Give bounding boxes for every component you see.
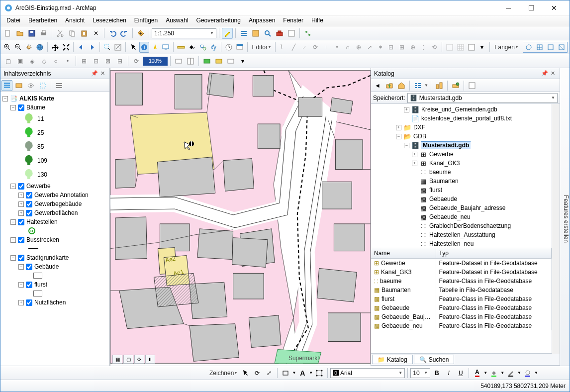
cat-tree-scrollbar[interactable] (552, 104, 560, 248)
delete-button[interactable]: ✕ (91, 28, 101, 39)
gr-16[interactable] (225, 56, 236, 67)
time-slider-icon[interactable] (224, 42, 234, 53)
map-view[interactable]: Ae2 Ae1 Supermarkt i (110, 68, 371, 366)
menu-hilfe[interactable]: Hilfe (307, 15, 327, 26)
measure-icon[interactable] (176, 42, 186, 53)
draw-select-icon[interactable] (240, 368, 251, 379)
cat-item-baeume[interactable]: ⸬baeume (372, 168, 551, 177)
details-row[interactable]: ▩flurstFeature-Class in File-Geodatabase (371, 294, 552, 303)
gr-6[interactable]: • (62, 56, 73, 67)
edit-straight-icon[interactable]: ╱ (289, 42, 299, 53)
line-color-icon[interactable] (505, 368, 516, 379)
details-col-type[interactable]: Typ (436, 248, 552, 259)
menu-fenster[interactable]: Fenster (279, 15, 307, 26)
edit-rotate-icon[interactable]: ⟲ (430, 42, 440, 53)
toc-layer-gebäude[interactable]: −Gebäude (1, 262, 108, 271)
editor-toolbar-button[interactable] (222, 28, 233, 39)
catalog-tree[interactable]: +🗄️Kreise_und_Gemeinden.gdb📄kostenlose_d… (371, 104, 552, 248)
edit-endarc-icon[interactable]: ∩ (343, 42, 353, 53)
edit-distance-icon[interactable]: ⊕ (354, 42, 364, 53)
cat-item-haltestellen-neu[interactable]: ⸬Haltestellen_neu (372, 239, 551, 248)
edit-trace-icon[interactable]: ⟳ (310, 42, 320, 53)
toc-options-icon[interactable] (54, 80, 65, 91)
gr-5[interactable]: ○ (50, 56, 61, 67)
details-row[interactable]: ▦BaumartenTabelle in File-Geodatabase (371, 286, 552, 294)
undo-button[interactable] (107, 28, 118, 39)
toc-button[interactable] (238, 28, 249, 39)
toc-visibility-icon[interactable] (25, 80, 36, 91)
tab-katalog[interactable]: 📁Katalog (372, 355, 413, 364)
pan-icon[interactable] (24, 42, 34, 53)
redo-button[interactable] (119, 28, 130, 39)
snap-edge-icon[interactable] (556, 42, 567, 52)
menu-bearbeiten[interactable]: Bearbeiten (24, 15, 61, 26)
toc-layer-busstrecken[interactable]: −Busstrecken (1, 235, 108, 244)
draw-menu[interactable]: Zeichnen (207, 370, 239, 377)
toc-layer-flurst[interactable]: −flurst (1, 280, 108, 289)
snap-vertex-icon[interactable] (545, 42, 556, 52)
html-popup-icon[interactable] (161, 42, 171, 53)
size-combo[interactable]: 10▼ (410, 368, 430, 378)
menu-datei[interactable]: Datei (2, 15, 24, 26)
fixed-zoom-in-icon[interactable] (50, 42, 60, 53)
paste-button[interactable] (79, 28, 90, 39)
hyperlink-icon[interactable] (150, 42, 160, 53)
font-color-icon[interactable]: A (472, 368, 482, 379)
cat-back-icon[interactable]: ◄ (372, 80, 383, 91)
details-row[interactable]: ⊞Kanal_GK3Feature-Dataset in File-Geodat… (371, 268, 552, 277)
gr-10[interactable]: ⊟ (114, 56, 125, 67)
layout-view-tab[interactable]: ▢ (123, 355, 133, 364)
toc-layer-gewerbegebäude[interactable]: +Gewerbegebäude (1, 199, 108, 208)
bold-icon[interactable]: B (431, 368, 442, 379)
copy-button[interactable] (67, 28, 78, 39)
refresh-view-tab[interactable]: ⟳ (134, 355, 144, 364)
zoom-out-icon[interactable] (13, 42, 23, 53)
menu-auswahl[interactable]: Auswahl (162, 15, 192, 26)
cat-item-haltestellen-ausstattung[interactable]: ⸬Haltestellen_Ausstattung (372, 230, 551, 239)
gr-13[interactable] (185, 56, 196, 67)
add-data-button[interactable] (135, 28, 146, 39)
model-button[interactable] (302, 28, 313, 39)
new-button[interactable] (2, 28, 13, 39)
print-button[interactable] (38, 28, 49, 39)
editor-menu[interactable]: Editor (250, 44, 273, 51)
pointer-icon[interactable] (128, 42, 138, 53)
find-icon[interactable] (187, 42, 197, 53)
cat-item-gebaeude-neu[interactable]: ▩Gebaeude_neu (372, 212, 551, 221)
details-row[interactable]: ▩GebaeudeFeature-Class in File-Geodataba… (371, 303, 552, 312)
italic-icon[interactable]: I (443, 368, 454, 379)
identify-icon[interactable]: i (139, 42, 149, 53)
details-col-name[interactable]: Name (371, 248, 436, 259)
cat-connect-icon[interactable] (450, 80, 461, 91)
toc-source-icon[interactable] (13, 80, 24, 91)
search-button[interactable] (262, 28, 273, 39)
catalog-pin-icon[interactable]: 📌 (541, 70, 549, 78)
more-edit-icon[interactable]: ▾ (477, 42, 487, 53)
cat-item-grablochderbodenschaetzung[interactable]: ⸬GrablochDerBodenschaetzung (372, 221, 551, 230)
cat-item-kanal-gk3[interactable]: +⊞Kanal_GK3 (372, 159, 551, 168)
fill-color-icon[interactable] (488, 368, 499, 379)
map-view-tabs[interactable]: ▦ ▢ ⟳ ⏸ (112, 355, 155, 364)
underline-icon[interactable]: U (455, 368, 466, 379)
edit-tool-icon[interactable] (278, 42, 288, 53)
gr-15[interactable] (213, 56, 224, 67)
cat-home-icon[interactable] (396, 80, 407, 91)
menu-ansicht[interactable]: Ansicht (61, 15, 89, 26)
edit-reshape-icon[interactable]: ⊕ (408, 42, 418, 53)
sketch-props-icon[interactable] (456, 42, 466, 53)
gr-14[interactable] (201, 56, 212, 67)
toc-pin-icon[interactable]: 📌 (91, 70, 98, 78)
edit-direction-icon[interactable]: ↗ (365, 42, 375, 53)
cat-item-kostenlose-dienste-portal-utf8-txt[interactable]: 📄kostenlose_dienste_portal_utf8.txt (372, 114, 551, 123)
goto-xy-icon[interactable]: xy (208, 42, 218, 53)
toc-root[interactable]: − 📑 ALKIS Karte (1, 94, 108, 103)
cat-item-baumarten[interactable]: ▦Baumarten (372, 177, 551, 186)
edit-rightangle-icon[interactable]: ⟂ (321, 42, 331, 53)
toc-layer-haltestellen[interactable]: −Haltestellen (1, 217, 108, 226)
create-features-icon[interactable] (467, 42, 476, 53)
full-extent-icon[interactable] (35, 42, 45, 53)
draw-rotate-icon[interactable]: ⟳ (252, 368, 263, 379)
edit-seg-icon[interactable]: ⊡ (386, 42, 396, 53)
cat-item-gdb[interactable]: −📂GDB (372, 132, 551, 141)
snap-point-icon[interactable] (523, 42, 534, 52)
